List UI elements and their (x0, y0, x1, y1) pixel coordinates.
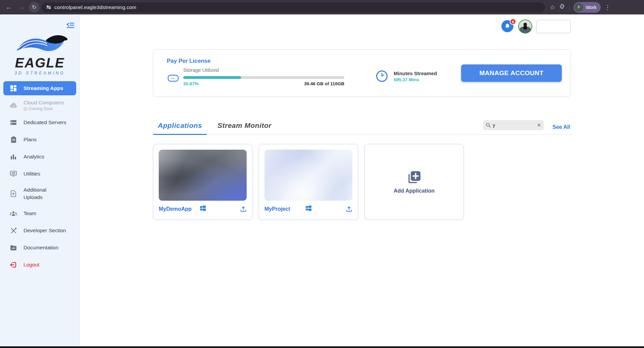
clear-search-icon[interactable]: ✕ (537, 122, 541, 128)
sidebar-item-label: Streaming Apps (23, 85, 63, 91)
windows-icon (200, 205, 206, 212)
utilities-icon (9, 171, 17, 177)
tab-stream-monitor[interactable]: Stream Monitor (213, 121, 276, 134)
manage-account-button[interactable]: MANAGE ACCOUNT (461, 64, 562, 82)
storage-progress-fill (183, 76, 241, 79)
eagle-logo: EAGLE 3D STREAMING (0, 32, 80, 76)
license-title: Pay Per License (167, 58, 210, 64)
minutes-streamed: Minutes Streamed 595.37 Mins (376, 70, 437, 83)
user-avatar[interactable] (518, 19, 532, 34)
add-application-label: Add Application (394, 188, 435, 194)
reload-icon[interactable]: ↻ (29, 2, 40, 13)
upload-build-icon[interactable] (346, 206, 352, 212)
app-thumbnail[interactable] (264, 150, 352, 201)
sidebar-item-logout[interactable]: Logout (3, 258, 76, 272)
logo-subtitle: 3D STREAMING (0, 71, 80, 76)
sidebar-item-dedicated-servers[interactable]: Dedicated Servers (3, 115, 76, 130)
storage-percent: 35.87% (183, 81, 199, 86)
chrome-menu-icon[interactable]: ⋮ (605, 4, 611, 11)
coming-soon-badge: Coming Soon (23, 106, 64, 111)
sidebar-item-cloud-computers: Cloud Computers Coming Soon (3, 98, 76, 112)
app-card-mydemoapp[interactable]: MyDemoApp (153, 144, 252, 220)
sidebar-item-streaming-apps[interactable]: Streaming Apps (3, 81, 76, 95)
profile-initial: F (575, 3, 583, 12)
sidebar-item-label: Logout (23, 262, 39, 268)
sidebar-item-utilities[interactable]: Utilities (3, 167, 76, 181)
sidebar-item-label: Documentation (23, 245, 58, 251)
storage-icon (167, 74, 179, 83)
file-upload-icon (9, 190, 17, 197)
search-input[interactable] (493, 122, 535, 128)
sidebar-item-label: Analytics (23, 154, 44, 160)
sidebar-item-additional-uploads[interactable]: Additional Uploads (3, 184, 76, 203)
sidebar-collapse-icon[interactable] (65, 20, 76, 31)
extensions-icon[interactable] (559, 3, 565, 11)
search-icon (486, 123, 491, 128)
browser-chrome: ← → ↻ controlpanel.eagle3dstreaming.com … (0, 0, 644, 14)
app-thumbnail[interactable] (159, 150, 247, 201)
address-bar[interactable]: controlpanel.eagle3dstreaming.com (42, 2, 545, 12)
sidebar-item-label: Cloud Computers (23, 100, 64, 105)
clock-icon (376, 70, 388, 83)
sidebar-item-label: Team (23, 210, 36, 216)
cloud-icon (9, 102, 17, 108)
tabs-bar: Applications Stream Monitor ✕ See All (153, 116, 571, 135)
sidebar-item-label: Utilities (23, 171, 40, 177)
add-application-card[interactable]: Add Application (364, 144, 464, 220)
clipboard-icon (9, 136, 17, 143)
back-icon[interactable]: ← (3, 2, 14, 13)
minutes-value: 595.37 Mins (394, 77, 437, 82)
main-content: 6 Pay Per License Storage Utilized (80, 14, 644, 348)
storage-utilization: Storage Utilized 35.87% 39.46 GB of 110G… (183, 67, 344, 86)
app-card-myproject[interactable]: MyProject (259, 144, 358, 220)
profile-name: Work (586, 5, 596, 10)
minutes-label: Minutes Streamed (394, 70, 437, 76)
add-application-icon (406, 170, 422, 185)
eagle-logo-mark (11, 32, 68, 57)
sidebar-item-team[interactable]: Team (3, 206, 76, 220)
license-card: Pay Per License Storage Utilized 35.87% … (153, 49, 571, 97)
sidebar-item-label: Plans (23, 137, 37, 143)
storage-detail: 39.46 GB of 110GB (304, 81, 344, 86)
see-all-link[interactable]: See All (552, 124, 570, 130)
chrome-separator (569, 4, 569, 11)
sidebar-item-analytics[interactable]: Analytics (3, 150, 76, 164)
notification-badge: 6 (510, 18, 516, 25)
clock-small-icon (23, 107, 27, 111)
applications-grid: MyDemoApp (153, 144, 571, 220)
app-name[interactable]: MyDemoApp (159, 206, 200, 212)
sidebar-item-label: Developer Section (23, 228, 66, 234)
notifications-button[interactable]: 6 (501, 20, 514, 33)
user-menu-box[interactable] (536, 20, 571, 33)
sidebar-item-label: Dedicated Servers (23, 119, 66, 126)
app-name[interactable]: MyProject (264, 206, 306, 212)
bar-chart-icon (9, 154, 17, 160)
header-actions: 6 (153, 19, 571, 34)
site-settings-icon[interactable] (46, 6, 51, 8)
sidebar-item-label: Additional Uploads (23, 186, 63, 201)
tools-icon (9, 228, 17, 234)
windows-icon (306, 205, 311, 212)
forward-icon[interactable]: → (16, 2, 27, 13)
storage-label: Storage Utilized (183, 67, 344, 73)
servers-icon (9, 119, 17, 126)
sidebar-item-plans[interactable]: Plans (3, 133, 76, 147)
bottom-edge-bar (0, 346, 644, 348)
sidebar-nav: Streaming Apps Cloud Computers Coming So… (0, 81, 80, 272)
app-search[interactable]: ✕ (483, 120, 544, 130)
logout-icon (9, 261, 17, 268)
url-text[interactable]: controlpanel.eagle3dstreaming.com (54, 4, 136, 10)
sidebar: EAGLE 3D STREAMING Streaming Apps (0, 14, 80, 348)
storage-progress-bar (183, 76, 344, 79)
bookmark-star-icon[interactable]: ☆ (550, 4, 555, 11)
folder-icon (9, 245, 17, 251)
upload-build-icon[interactable] (240, 206, 247, 212)
sidebar-item-developer-section[interactable]: Developer Section (3, 223, 76, 238)
browser-profile-button[interactable]: F Work (574, 2, 600, 13)
logo-title: EAGLE (0, 56, 80, 69)
team-icon (9, 211, 17, 216)
tab-applications[interactable]: Applications (153, 121, 207, 134)
apps-grid-icon (9, 85, 17, 92)
sidebar-item-documentation[interactable]: Documentation (3, 241, 76, 255)
